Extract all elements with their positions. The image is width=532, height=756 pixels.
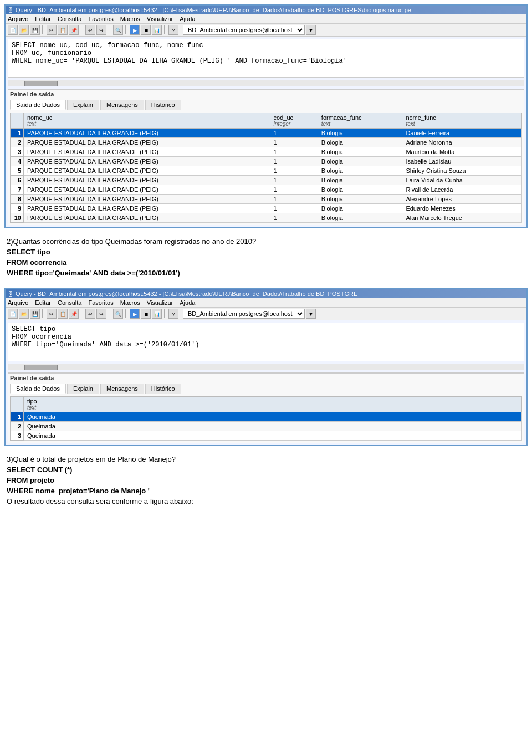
cell-nome-uc: PARQUE ESTADUAL DA ILHA GRANDE (PEIG) [24,138,270,147]
menu-arquivo[interactable]: Arquivo [8,16,28,22]
scroll-thumb-1[interactable] [24,81,58,86]
btn-new[interactable]: 📄 [8,25,18,35]
table-row[interactable]: 1 PARQUE ESTADUAL DA ILHA GRANDE (PEIG) … [11,129,522,138]
cell-tipo: Queimada [24,431,522,441]
tab2-saida[interactable]: Saída de Dados [10,384,66,394]
sql-text-1: SELECT nome_uc, cod_uc, formacao_func, n… [12,42,347,65]
window-1-title: Query - BD_Ambiental em postgres@localho… [16,7,411,13]
cell-cod-uc: 1 [270,204,318,213]
tab-historico-1[interactable]: Histórico [145,100,181,110]
table-row[interactable]: 3 PARQUE ESTADUAL DA ILHA GRANDE (PEIG) … [11,147,522,157]
menu-favoritos[interactable]: Favoritos [88,16,113,22]
btn-stop[interactable]: ⏹ [141,25,151,35]
row-num: 7 [11,185,24,195]
btn-run[interactable]: ▶ [130,25,140,35]
table-row[interactable]: 7 PARQUE ESTADUAL DA ILHA GRANDE (PEIG) … [11,185,522,195]
btn2-copy[interactable]: 📋 [58,309,68,319]
row-num: 4 [11,157,24,166]
menu2-macros[interactable]: Macros [120,299,140,306]
btn2-run[interactable]: ▶ [130,309,140,319]
row-num: 1 [11,129,24,138]
btn2-paste[interactable]: 📌 [69,309,79,319]
cell-formacao: Biologia [318,157,402,166]
btn2-cut[interactable]: ✂ [47,309,57,319]
cell-nome-uc: PARQUE ESTADUAL DA ILHA GRANDE (PEIG) [24,176,270,185]
btn2-search[interactable]: 🔍 [113,309,123,319]
q2-sql3: WHERE tipo='Queimada' AND data >=('2010/… [7,269,525,277]
btn-undo[interactable]: ↩ [85,25,95,35]
table-row[interactable]: 1 Queimada [11,412,522,422]
scrollbar-h-2[interactable] [8,364,524,370]
output-panel-1: Painel de saída Saída de Dados Explain M… [8,89,524,225]
table-row[interactable]: 3 Queimada [11,431,522,441]
sql-text-2: SELECT tipo FROM ocorrencia WHERE tipo='… [12,325,199,349]
tab-saida-1[interactable]: Saída de Dados [10,100,66,110]
menu-editar[interactable]: Editar [35,16,51,22]
scroll-thumb-2[interactable] [24,365,58,370]
menu2-editar[interactable]: Editar [35,299,51,306]
table-row[interactable]: 10 PARQUE ESTADUAL DA ILHA GRANDE (PEIG)… [11,213,522,223]
btn2-new[interactable]: 📄 [8,309,18,319]
cell-cod-uc: 1 [270,195,318,204]
table-row[interactable]: 2 PARQUE ESTADUAL DA ILHA GRANDE (PEIG) … [11,138,522,147]
cell-nome-uc: PARQUE ESTADUAL DA ILHA GRANDE (PEIG) [24,157,270,166]
btn2-dropdown[interactable]: ▼ [306,309,316,319]
cell-nome-func: Eduardo Menezes [402,204,522,213]
db-selector-1[interactable]: BD_Ambiental em postgres@localhost:5432 [183,25,305,35]
btn2-redo[interactable]: ↪ [96,309,106,319]
tab2-explain[interactable]: Explain [67,384,99,394]
btn-copy[interactable]: 📋 [58,25,68,35]
cell-nome-func: Maurício da Motta [402,147,522,157]
menu-ajuda[interactable]: Ajuda [180,16,195,22]
question-2-section: 2)Quantas ocorrências do tipo Queimadas … [0,231,532,284]
cell-cod-uc: 1 [270,147,318,157]
menu2-favoritos[interactable]: Favoritos [88,299,113,306]
btn2-undo[interactable]: ↩ [85,309,95,319]
btn2-save[interactable]: 💾 [30,309,40,319]
cell-nome-uc: PARQUE ESTADUAL DA ILHA GRANDE (PEIG) [24,129,270,138]
row-num: 1 [11,412,24,422]
cell-cod-uc: 1 [270,176,318,185]
menu-macros[interactable]: Macros [120,16,140,22]
menu2-ajuda[interactable]: Ajuda [180,299,195,306]
btn-search[interactable]: 🔍 [113,25,123,35]
btn-paste[interactable]: 📌 [69,25,79,35]
btn-save[interactable]: 💾 [30,25,40,35]
btn-redo[interactable]: ↪ [96,25,106,35]
row-num: 2 [11,422,24,431]
table-row[interactable]: 8 PARQUE ESTADUAL DA ILHA GRANDE (PEIG) … [11,195,522,204]
tab2-mensagens[interactable]: Mensagens [100,384,144,394]
btn-explain[interactable]: 📊 [152,25,162,35]
output-panel-2: Painel de saída Saída de Dados Explain M… [8,372,524,443]
table-row[interactable]: 9 PARQUE ESTADUAL DA ILHA GRANDE (PEIG) … [11,204,522,213]
btn-help[interactable]: ? [168,25,178,35]
btn2-explain[interactable]: 📊 [152,309,162,319]
cell-formacao: Biologia [318,204,402,213]
sql-editor-1[interactable]: SELECT nome_uc, cod_uc, formacao_func, n… [8,39,524,78]
btn2-open[interactable]: 📂 [19,309,29,319]
menu2-consulta[interactable]: Consulta [58,299,81,306]
tab-mensagens-1[interactable]: Mensagens [100,100,144,110]
btn-dropdown[interactable]: ▼ [306,25,316,35]
btn-cut[interactable]: ✂ [47,25,57,35]
menu2-visualizar[interactable]: Visualizar [147,299,173,306]
table-row[interactable]: 5 PARQUE ESTADUAL DA ILHA GRANDE (PEIG) … [11,166,522,176]
col-cod-uc: cod_uc integer [270,113,318,129]
table-row[interactable]: 4 PARQUE ESTADUAL DA ILHA GRANDE (PEIG) … [11,157,522,166]
menu2-arquivo[interactable]: Arquivo [8,299,28,306]
tab2-historico[interactable]: Histórico [145,384,181,394]
db-selector-2[interactable]: BD_Ambiental em postgres@localhost:5432 [183,309,305,319]
scrollbar-h-1[interactable] [8,80,524,86]
btn2-stop[interactable]: ⏹ [141,309,151,319]
table-row[interactable]: 2 Queimada [11,422,522,431]
btn-open[interactable]: 📂 [19,25,29,35]
tab-explain-1[interactable]: Explain [67,100,99,110]
sql-editor-2[interactable]: SELECT tipo FROM ocorrencia WHERE tipo='… [8,323,524,361]
menu-consulta[interactable]: Consulta [58,16,81,22]
table-row[interactable]: 6 PARQUE ESTADUAL DA ILHA GRANDE (PEIG) … [11,176,522,185]
menu-visualizar[interactable]: Visualizar [147,16,173,22]
cell-nome-uc: PARQUE ESTADUAL DA ILHA GRANDE (PEIG) [24,195,270,204]
cell-nome-func: Shirley Cristina Souza [402,166,522,176]
btn2-help[interactable]: ? [168,309,178,319]
cell-formacao: Biologia [318,185,402,195]
